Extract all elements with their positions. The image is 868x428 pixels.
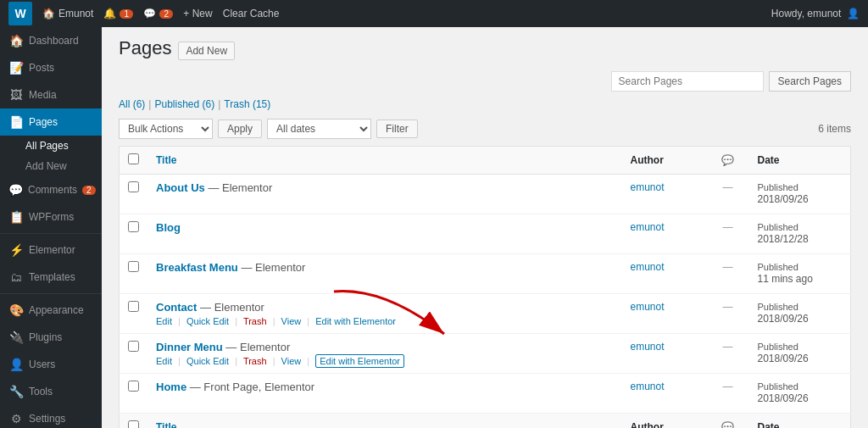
footer-checkbox-col (120, 413, 148, 428)
author-link[interactable]: emunot (631, 381, 665, 392)
page-title-link[interactable]: Contact (156, 301, 200, 314)
date-cell: Published 2018/09/26 (749, 373, 851, 413)
row-checkbox[interactable] (128, 221, 139, 232)
table-row: Breakfast Menu — Elementor Edit Quick Ed… (120, 253, 851, 293)
page-title-link[interactable]: About Us (156, 181, 208, 194)
filter-button[interactable]: Filter (376, 120, 418, 138)
pages-icon: 📄 (8, 115, 24, 129)
trash-link[interactable]: Trash (243, 316, 267, 326)
sidebar-item-wpforms[interactable]: 📋 WPForms (0, 203, 102, 231)
menu-separator-2 (0, 293, 102, 294)
author-link[interactable]: emunot (631, 221, 665, 233)
comments-badge: 2 (159, 9, 173, 19)
sidebar-item-pages[interactable]: 📄 Pages (0, 108, 102, 136)
search-row: Search Pages (119, 71, 851, 92)
main-content: Pages Add New Search Pages All (6) | Pub… (102, 27, 868, 428)
page-title-link[interactable]: Dinner Menu (156, 341, 225, 353)
edit-with-elementor-link[interactable]: Edit with Elementor (315, 316, 396, 326)
footer-date-col[interactable]: Date (749, 413, 851, 428)
page-title-link[interactable]: Home (156, 381, 190, 393)
filter-published-link[interactable]: Published (6) (154, 98, 214, 110)
edit-link[interactable]: Edit (156, 356, 172, 366)
header-date-col[interactable]: Date (749, 146, 851, 174)
add-new-button[interactable]: Add New (178, 42, 235, 60)
select-all-checkbox-top[interactable] (128, 153, 139, 164)
header-title-col[interactable]: Title (147, 146, 622, 174)
row-checkbox[interactable] (128, 181, 139, 192)
row-checkbox[interactable] (128, 301, 139, 312)
filter-nav: All (6) | Published (6) | Trash (15) (119, 98, 851, 110)
view-link[interactable]: View (281, 356, 302, 366)
comment-count-cell: — (707, 293, 749, 333)
table-row: Blog Edit Quick Edit Trash View (120, 214, 851, 253)
table-row: About Us — Elementor Edit Quick Edit Tra… (120, 174, 851, 214)
comment-count-cell: — (707, 373, 749, 413)
quick-edit-link[interactable]: Quick Edit (186, 316, 229, 326)
sidebar-subitem-add-new[interactable]: Add New (0, 156, 102, 176)
sidebar-item-templates[interactable]: 🗂 Templates (0, 264, 102, 291)
sidebar-item-settings[interactable]: ⚙ Settings (0, 405, 102, 428)
plugins-icon: 🔌 (8, 331, 24, 344)
site-name-link[interactable]: 🏠 Emunot (42, 8, 93, 19)
howdy-text: Howdy, emunot (771, 8, 841, 19)
header-checkbox-col (120, 146, 148, 174)
edit-link[interactable]: Edit (156, 316, 172, 326)
comments-link[interactable]: 💬 2 (143, 8, 173, 19)
wp-logo: W (8, 2, 32, 25)
sidebar-item-tools[interactable]: 🔧 Tools (0, 378, 102, 405)
row-checkbox[interactable] (128, 381, 139, 392)
pages-table: Title Author 💬 Date (119, 146, 851, 428)
date-cell: Published 11 mins ago (749, 253, 851, 293)
view-link[interactable]: View (281, 316, 302, 326)
author-link[interactable]: emunot (631, 261, 665, 273)
sidebar-item-elementor[interactable]: ⚡ Elementor (0, 236, 102, 264)
posts-icon: 📝 (8, 61, 24, 75)
new-content-link[interactable]: + New (183, 8, 212, 19)
edit-with-elementor-link[interactable]: Edit with Elementor (315, 354, 404, 368)
row-checkbox[interactable] (128, 341, 139, 352)
notif-link[interactable]: 🔔 1 (103, 8, 133, 19)
top-tablenav: Bulk Actions Edit Move to Trash Apply Al… (119, 119, 851, 139)
table-row: Home — Front Page, Elementor Edit Quick … (120, 373, 851, 413)
comments-icon: 💬 (8, 183, 23, 197)
table-row: Contact — Elementor Edit Quick Edit Tras… (120, 293, 851, 333)
date-filter-select[interactable]: All dates December 2018 September 2018 (267, 119, 371, 139)
filter-trash-link[interactable]: Trash (15) (224, 98, 270, 110)
sidebar-item-users[interactable]: 👤 Users (0, 351, 102, 378)
search-input[interactable] (611, 71, 764, 92)
author-link[interactable]: emunot (631, 301, 665, 313)
footer-author-col: Author (622, 413, 707, 428)
footer-title-col[interactable]: Title (147, 413, 622, 428)
sidebar-item-posts[interactable]: 📝 Posts (0, 54, 102, 81)
sidebar-subitem-all-pages[interactable]: All Pages (0, 136, 102, 156)
apply-button-top[interactable]: Apply (218, 120, 262, 138)
sidebar-item-plugins[interactable]: 🔌 Plugins (0, 324, 102, 351)
comment-count-cell: — (707, 174, 749, 214)
clear-cache-link[interactable]: Clear Cache (223, 8, 280, 19)
select-all-checkbox-bottom[interactable] (128, 420, 139, 428)
sidebar-item-dashboard[interactable]: 🏠 Dashboard (0, 27, 102, 54)
row-actions-dinner: Edit Quick Edit Trash View Edit with Ele… (156, 356, 614, 366)
author-link[interactable]: emunot (631, 181, 665, 193)
table-container: Title Author 💬 Date (119, 146, 851, 428)
quick-edit-link[interactable]: Quick Edit (186, 356, 229, 366)
trash-link[interactable]: Trash (243, 356, 267, 366)
admin-sidebar: 🏠 Dashboard 📝 Posts 🖼 Media 📄 Pages All … (0, 27, 102, 428)
filter-all-link[interactable]: All (6) (119, 98, 145, 110)
admin-bar: W 🏠 Emunot 🔔 1 💬 2 + New Clear Cache How… (0, 0, 868, 27)
sidebar-item-comments[interactable]: 💬 Comments 2 (0, 176, 102, 203)
search-button[interactable]: Search Pages (769, 71, 851, 92)
author-link[interactable]: emunot (631, 341, 665, 353)
sidebar-item-appearance[interactable]: 🎨 Appearance (0, 297, 102, 324)
bulk-actions-select-top[interactable]: Bulk Actions Edit Move to Trash (119, 119, 213, 139)
date-cell: Published 2018/09/26 (749, 293, 851, 333)
elementor-icon: ⚡ (8, 243, 24, 257)
row-checkbox[interactable] (128, 261, 139, 272)
comments-menu-badge: 2 (82, 186, 96, 195)
items-count-top: 6 items (818, 123, 851, 135)
table-row-dinner: Dinner Menu — Elementor Edit Quick Edit … (120, 333, 851, 373)
page-title-link[interactable]: Blog (156, 221, 181, 234)
sidebar-item-media[interactable]: 🖼 Media (0, 81, 102, 108)
dashboard-icon: 🏠 (8, 34, 24, 47)
page-title-link[interactable]: Breakfast Menu (156, 261, 241, 274)
